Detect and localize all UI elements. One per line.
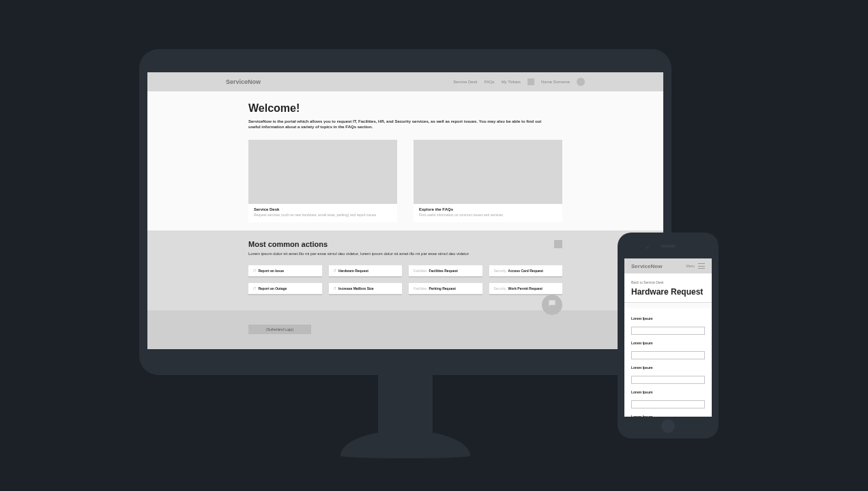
avatar[interactable] (577, 78, 585, 86)
nav-notifications-icon[interactable] (527, 78, 534, 85)
action-hardware-request[interactable]: IT Hardware Request (329, 265, 403, 278)
card-image-placeholder (414, 140, 562, 204)
action-label: Work Permit Request (508, 286, 542, 291)
field-label: Lorem Ipsum (631, 390, 705, 394)
action-category: IT (253, 269, 256, 273)
common-actions-section: Most common actions Lorem ipsum dolor si… (147, 230, 663, 310)
card-subtitle: Find useful information on common issues… (419, 213, 557, 218)
top-nav: Service Desk FAQs My Tickets Name Surnam… (453, 78, 585, 86)
page-title: Welcome! (248, 102, 562, 115)
action-facilities-request[interactable]: Facilities Facilities Request (409, 265, 482, 278)
action-category: IT (253, 286, 256, 291)
chat-icon (547, 299, 557, 311)
card-title: Explore the FAQs (419, 207, 557, 211)
desktop-monitor: ServiceNow Service Desk FAQs My Tickets … (139, 49, 671, 375)
form-field: Lorem Ipsum (631, 415, 705, 417)
card-image-placeholder (248, 140, 397, 204)
action-category: Facilities (414, 269, 426, 273)
action-category: IT (334, 286, 336, 291)
nav-user-name[interactable]: Name Surname (541, 80, 570, 84)
field-input[interactable] (631, 376, 705, 384)
form-field: Lorem Ipsum (631, 341, 705, 359)
breadcrumb[interactable]: Back to Service Desk (631, 280, 705, 284)
action-label: Hardware Request (338, 269, 368, 273)
action-parking-request[interactable]: Facilities Parking Request (409, 283, 482, 295)
phone-home-button[interactable] (661, 419, 675, 433)
action-label: Report an Issue (258, 269, 284, 273)
desktop-footer: (Sutherland Logo) (147, 310, 663, 349)
footer-logo: (Sutherland Logo) (248, 325, 311, 334)
phone-form: Lorem Ipsum Lorem Ipsum Lorem Ipsum Lore… (624, 308, 712, 417)
form-field: Lorem Ipsum (631, 366, 705, 384)
action-category: Security (494, 286, 506, 291)
action-report-outage[interactable]: IT Report an Outage (248, 283, 322, 295)
desktop-header: ServiceNow Service Desk FAQs My Tickets … (147, 72, 663, 91)
phone-brand[interactable]: ServiceNow (631, 263, 662, 269)
desktop-main: Welcome! ServiceNow is the portal which … (147, 91, 663, 222)
desktop-screen: ServiceNow Service Desk FAQs My Tickets … (147, 72, 663, 349)
phone-speaker (661, 245, 676, 248)
field-label: Lorem Ipsum (631, 316, 705, 321)
field-input[interactable] (631, 400, 705, 408)
phone-device: ServiceNow Menu Back to Service Desk Har… (618, 233, 719, 438)
monitor-bezel: ServiceNow Service Desk FAQs My Tickets … (139, 49, 671, 375)
card-service-desk[interactable]: Service Desk Request services (such as n… (248, 140, 397, 223)
monitor-stand (378, 375, 433, 438)
action-category: Facilities (414, 286, 426, 291)
action-label: Access Card Request (508, 269, 543, 273)
brand-logo[interactable]: ServiceNow (226, 78, 261, 85)
action-work-permit-request[interactable]: Security Work Permit Request (489, 283, 563, 295)
field-label: Lorem Ipsum (631, 415, 705, 417)
card-explore-faqs[interactable]: Explore the FAQs Find useful information… (414, 140, 562, 223)
action-label: Parking Request (429, 286, 455, 291)
hamburger-icon (698, 263, 705, 269)
nav-link-service-desk[interactable]: Service Desk (453, 80, 477, 84)
card-title: Service Desk (254, 207, 392, 211)
phone-camera (646, 246, 649, 249)
phone-page-title: Hardware Request (631, 287, 705, 297)
action-category: IT (334, 269, 336, 273)
action-category: Security (494, 269, 506, 273)
action-grid: IT Report an Issue IT Hardware Request F… (248, 265, 562, 295)
section-intro: Lorem ipsum dolor sit amet illo mi par e… (248, 252, 469, 256)
menu-label: Menu (686, 264, 695, 268)
nav-link-faqs[interactable]: FAQs (484, 80, 495, 84)
card-subtitle: Request services (such as new hardware, … (254, 213, 392, 218)
action-increase-mailbox[interactable]: IT Increase Mailbox Size (329, 283, 403, 295)
action-label: Report an Outage (258, 286, 287, 291)
action-label: Facilities Request (429, 269, 458, 273)
field-input[interactable] (631, 351, 705, 359)
field-label: Lorem Ipsum (631, 366, 705, 370)
action-report-issue[interactable]: IT Report an Issue (248, 265, 322, 278)
action-label: Increase Mailbox Size (338, 286, 374, 291)
nav-link-my-tickets[interactable]: My Tickets (502, 80, 521, 84)
form-field: Lorem Ipsum (631, 390, 705, 408)
phone-menu-button[interactable]: Menu (686, 263, 705, 269)
field-label: Lorem Ipsum (631, 341, 705, 345)
section-grid-icon[interactable] (554, 240, 562, 248)
field-input[interactable] (631, 327, 705, 335)
monitor-base (341, 431, 470, 458)
section-title: Most common actions (248, 240, 469, 248)
chat-button[interactable] (542, 295, 562, 315)
form-field: Lorem Ipsum (631, 316, 705, 335)
phone-screen: ServiceNow Menu Back to Service Desk Har… (624, 258, 712, 417)
page-intro: ServiceNow is the portal which allows yo… (248, 119, 542, 130)
phone-title-area: Back to Service Desk Hardware Request (624, 273, 712, 303)
phone-header: ServiceNow Menu (624, 258, 712, 273)
action-access-card-request[interactable]: Security Access Card Request (489, 265, 563, 278)
feature-cards: Service Desk Request services (such as n… (248, 140, 562, 223)
